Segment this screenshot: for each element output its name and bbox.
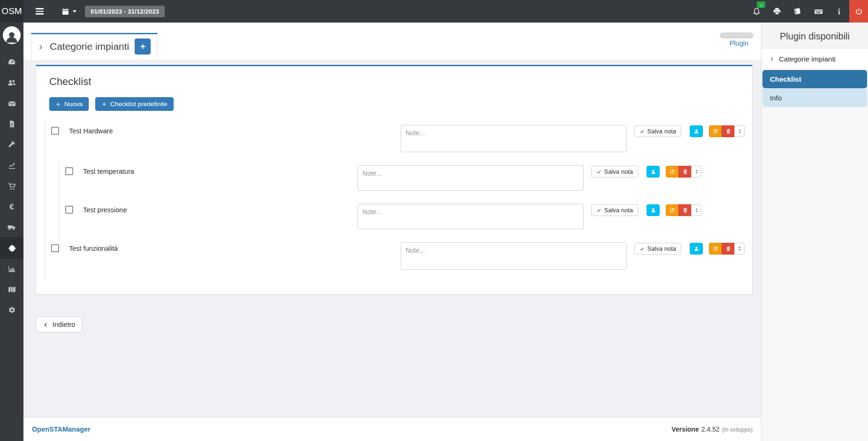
checklist-title: Checklist (49, 76, 745, 88)
shortcuts-button[interactable] (808, 0, 829, 23)
sidebar-item-settings[interactable] (0, 300, 23, 320)
save-note-button[interactable]: Salva nota (591, 166, 638, 178)
user-avatar[interactable] (3, 26, 21, 44)
delete-item-button[interactable] (722, 125, 735, 137)
sort-item-button[interactable] (734, 125, 745, 137)
bar-chart-icon (8, 264, 16, 273)
sidebar-item-dashboard[interactable] (0, 52, 23, 72)
logout-button[interactable] (849, 0, 868, 23)
calendar-dropdown-button[interactable] (61, 7, 76, 16)
sort-item-button[interactable] (691, 166, 701, 178)
pencil-square-icon (713, 246, 719, 252)
sidebar-item-shipping[interactable] (0, 217, 23, 238)
note-input[interactable] (401, 125, 627, 152)
sidebar-toggle-button[interactable] (34, 7, 45, 15)
plus-icon (101, 101, 107, 107)
assign-user-button[interactable] (647, 204, 660, 216)
topbar: OSM 01/01/2023 - 31/12/2023 (0, 0, 868, 23)
hamburger-icon (36, 8, 44, 9)
sidebar-item-orders[interactable] (0, 176, 23, 196)
edit-item-button[interactable] (709, 243, 722, 255)
sidebar-item-statistics[interactable] (0, 258, 23, 279)
save-note-button[interactable]: Salva nota (634, 243, 681, 255)
edit-item-button[interactable] (709, 125, 722, 137)
pencil-square-icon (713, 128, 719, 134)
trash-icon (725, 128, 731, 134)
notifications-button[interactable] (746, 0, 767, 23)
check-icon (596, 208, 602, 213)
checklist-item-row: Test pressione Salva nota (60, 201, 701, 240)
check-icon (596, 169, 602, 174)
checklist-toolbar: Nuova Checklist predefinite (49, 97, 745, 111)
tab-scrollbar[interactable] (720, 32, 754, 39)
item-checkbox[interactable] (51, 127, 59, 135)
sort-icon (694, 169, 699, 175)
delete-item-button[interactable] (678, 166, 692, 178)
file-icon (8, 120, 16, 128)
panel-item-checklist[interactable]: Checklist (762, 70, 867, 88)
sidebar-item-interventions[interactable] (0, 134, 23, 155)
footer-brand-link[interactable]: OpenSTAManager (32, 426, 91, 433)
sidebar-item-users[interactable] (0, 72, 23, 93)
checklist-item-row: Test temperatura Salva nota (60, 162, 701, 201)
footer: OpenSTAManager Versione 2.4.52 (In svilu… (23, 417, 761, 441)
date-range-badge[interactable]: 01/01/2023 - 31/12/2023 (85, 6, 165, 17)
item-checkbox[interactable] (51, 244, 59, 252)
edit-item-button[interactable] (666, 166, 679, 178)
sidebar-item-mail[interactable] (0, 93, 23, 114)
sidebar-item-reports[interactable] (0, 155, 23, 176)
user-icon (693, 128, 700, 134)
users-icon (7, 78, 16, 87)
predefined-checklist-button[interactable]: Checklist predefinite (95, 97, 174, 111)
sort-item-button[interactable] (734, 243, 745, 255)
info-button[interactable] (829, 0, 849, 23)
panel-item-info[interactable]: Info (762, 89, 867, 107)
delete-item-button[interactable] (678, 204, 692, 216)
euro-icon: € (9, 203, 14, 211)
checklist-item-row: Test Hardware Salva nota (46, 122, 745, 162)
note-input[interactable] (358, 165, 584, 191)
note-input[interactable] (358, 204, 584, 229)
assign-user-button[interactable] (690, 125, 703, 137)
user-icon (693, 246, 700, 252)
add-category-button[interactable]: + (135, 39, 151, 54)
trash-icon (682, 169, 688, 175)
delete-item-button[interactable] (722, 243, 735, 255)
note-input[interactable] (401, 242, 627, 270)
new-checklist-button[interactable]: Nuova (49, 97, 89, 111)
manual-button[interactable] (787, 0, 808, 23)
trash-icon (725, 246, 731, 252)
sidebar-item-plants[interactable] (0, 238, 23, 258)
save-note-button[interactable]: Salva nota (634, 125, 681, 137)
checklist-card: Checklist Nuova Checklist predefinite (36, 65, 753, 294)
item-checkbox[interactable] (65, 167, 73, 175)
panel-item-categorie-impianti[interactable]: Categorie impianti (761, 49, 868, 69)
print-button[interactable] (767, 0, 787, 23)
envelope-icon (8, 99, 16, 108)
sort-icon (737, 246, 742, 252)
info-icon (835, 8, 843, 15)
sort-item-button[interactable] (691, 204, 701, 216)
version-note: (In sviluppo) (722, 426, 753, 433)
back-button[interactable]: Indietro (36, 317, 82, 333)
notifications-badge (757, 1, 765, 8)
sidebar-item-invoices[interactable]: € (0, 196, 23, 217)
person-icon (4, 29, 20, 44)
tab-categorie-impianti[interactable]: Categorie impianti + (31, 33, 158, 60)
item-checkbox[interactable] (65, 206, 73, 214)
app-logo[interactable]: OSM (0, 0, 23, 23)
sidebar-item-documents[interactable] (0, 114, 23, 134)
plugin-panel: Plugin disponibili Categorie impianti Ch… (761, 23, 868, 441)
content-area: Checklist Nuova Checklist predefinite (23, 61, 761, 417)
user-icon (650, 207, 656, 213)
plugin-link[interactable]: Plugin (730, 39, 748, 47)
check-icon (640, 246, 645, 251)
user-icon (650, 169, 656, 175)
tab-label: Categorie impianti (50, 41, 129, 52)
app-window: OSM 01/01/2023 - 31/12/2023 (0, 0, 868, 441)
edit-item-button[interactable] (666, 204, 679, 216)
assign-user-button[interactable] (690, 243, 703, 255)
assign-user-button[interactable] (647, 166, 660, 178)
save-note-button[interactable]: Salva nota (591, 204, 638, 216)
sidebar-item-map[interactable] (0, 279, 23, 300)
